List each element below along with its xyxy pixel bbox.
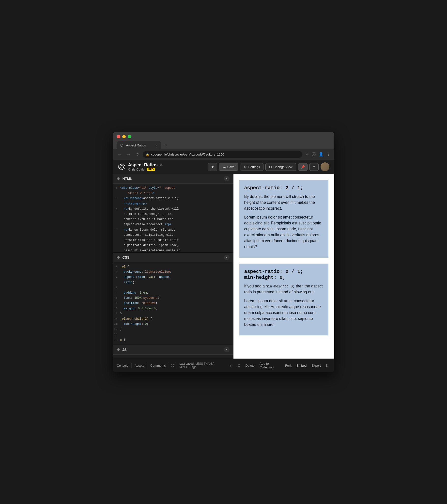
delete-action[interactable]: Delete [243, 363, 257, 368]
css-section-header: ⚙ CSS ▾ [113, 253, 233, 262]
star-action[interactable]: ☆ [227, 363, 235, 368]
code-panel: ⚙ HTML ▾ 1 <div class="el" style="--aspe… [113, 174, 233, 359]
close-button[interactable] [117, 135, 120, 138]
embed-action[interactable]: Embed [294, 363, 309, 368]
code-line: 5 padding: 1rem; [113, 290, 233, 296]
js-section-header: ⚙ JS ▾ [113, 345, 233, 355]
preview-panel: aspect-ratio: 2 / 1; By default, the ele… [233, 174, 334, 359]
title-bar: ⬡ Aspect Ratios ✕ + [113, 132, 334, 149]
cmd-icon: ⌘ [169, 363, 176, 368]
avatar[interactable] [321, 162, 329, 171]
demo-box-2-title-line2: min-height: 0; [244, 275, 286, 280]
js-section-title: ⚙ JS [117, 348, 127, 352]
js-section: ⚙ JS ▾ [113, 345, 233, 359]
export-action[interactable]: Export [309, 363, 323, 368]
last-saved-suffix: ago [191, 365, 196, 369]
demo-box-2-code: min-height: 0; [266, 285, 295, 288]
demo-box-2-desc2: Lorem, ipsum dolor sit amet consectetur … [244, 298, 323, 327]
demo-box-1-desc1: By default, the element will stretch to … [244, 194, 323, 211]
more-action[interactable]: S [323, 363, 330, 368]
html-section-header: ⚙ HTML ▾ [113, 174, 233, 184]
code-line: 7 position: relative; [113, 301, 233, 306]
new-tab-button[interactable]: + [162, 141, 170, 149]
browser-window: ⬡ Aspect Ratios ✕ + ← → ↺ 🔒 codepen.io/c… [113, 132, 334, 372]
profile-icon[interactable]: 👤 [319, 152, 323, 157]
code-line: ratio: 2 / 1;"> [113, 191, 233, 196]
code-line: 6 font: 150% system-ui; [113, 296, 233, 301]
traffic-lights [117, 135, 330, 138]
pro-badge: PRO [147, 168, 155, 171]
svg-marker-1 [120, 165, 123, 169]
demo-box-1-desc2: Lorem ipsum dolor sit amet consectetur a… [244, 214, 323, 250]
code-line: 8 margin: 0 0 1rem 0; [113, 306, 233, 311]
html-title-text: HTML [123, 177, 132, 181]
avatar-image [321, 162, 329, 171]
minimize-button[interactable] [122, 135, 126, 138]
js-gear-icon[interactable]: ⚙ [117, 348, 120, 352]
code-line: nesciunt exercitationem nulla ab [113, 248, 233, 252]
comments-tab[interactable]: Comments [147, 363, 169, 368]
console-tab[interactable]: Console [117, 363, 132, 368]
code-line: 1 .el { [113, 264, 233, 270]
info-icon[interactable]: ⓘ [312, 152, 316, 157]
pin-button[interactable]: 📌 [298, 163, 307, 171]
lock-icon: 🔒 [146, 153, 149, 156]
save-label: Save [227, 165, 235, 169]
back-button[interactable]: ← [117, 152, 123, 157]
code-line: 14 p { [113, 337, 233, 342]
html-collapse-button[interactable]: ▾ [224, 176, 230, 181]
code-line: 10 .el:nth-child(2) { [113, 316, 233, 322]
js-collapse-button[interactable]: ▾ [224, 347, 230, 352]
code-line: 3 aspect-ratio: var(--aspect- [113, 275, 233, 280]
header-actions: ♥ ☁ Save ⚙ Settings ⊡ Change View 📌 ▾ [208, 162, 329, 171]
dropdown-button[interactable]: ▾ [309, 163, 319, 171]
settings-label: Settings [248, 165, 260, 169]
css-gear-icon[interactable]: ⚙ [117, 255, 120, 259]
heart-button[interactable]: ♥ [208, 163, 217, 171]
change-view-icon: ⊡ [269, 165, 272, 169]
code-line: consectetur adipisicing elit. [113, 233, 233, 238]
css-code-content: 1 .el { 2 background: lightsteelblue; 3 … [113, 262, 233, 344]
tab-favicon: ⬡ [120, 143, 124, 147]
pen-title-group: Aspect Ratios ✏ Chris Coyier PRO [128, 162, 163, 171]
author-name: Chris Coyier [128, 168, 146, 171]
html-section: ⚙ HTML ▾ 1 <div class="el" style="--aspe… [113, 174, 233, 253]
save-button[interactable]: ☁ Save [219, 163, 238, 171]
css-title-text: CSS [123, 255, 130, 259]
svg-line-3 [123, 166, 125, 166]
code-line: 11 min-height: 0; [113, 322, 233, 327]
code-line: 2 background: lightsteelblue; [113, 270, 233, 275]
bookmark-icon[interactable]: ☆ [305, 152, 309, 157]
reload-button[interactable]: ↺ [135, 152, 140, 157]
pen-author: Chris Coyier PRO [128, 168, 163, 171]
add-collection-action[interactable]: Add to Collection [257, 361, 283, 370]
code-line: 4 [113, 285, 233, 290]
css-collapse-button[interactable]: ▾ [224, 255, 230, 260]
browser-tab[interactable]: ⬡ Aspect Ratios ✕ [117, 141, 161, 149]
html-gear-icon[interactable]: ⚙ [117, 177, 120, 181]
maximize-button[interactable] [128, 135, 131, 138]
code-line: 4 <p>Lorem ipsum dolor sit amet [113, 227, 233, 233]
share-action[interactable]: ⬡ [235, 363, 243, 368]
settings-gear-icon: ⚙ [244, 165, 247, 169]
menu-icon[interactable]: ⋮ [326, 152, 330, 157]
code-line: stretch to the height of the [113, 212, 233, 217]
code-line: content even if it makes the [113, 217, 233, 222]
last-saved: Last saved LESS THAN A MINUTE ago [176, 361, 227, 370]
assets-tab[interactable]: Assets [132, 363, 147, 368]
change-view-button[interactable]: ⊡ Change View [266, 163, 296, 171]
edit-pen-icon[interactable]: ✏ [160, 163, 163, 167]
demo-box-2-desc1: If you add a min-height: 0; then the asp… [244, 283, 323, 295]
code-line: 13 [113, 332, 233, 337]
codepen-logo: Aspect Ratios ✏ Chris Coyier PRO [118, 162, 163, 171]
code-line: ratio); [113, 280, 233, 285]
fork-action[interactable]: Fork [283, 363, 294, 368]
main-content: ⚙ HTML ▾ 1 <div class="el" style="--aspe… [113, 174, 334, 359]
pin-icon: 📌 [301, 165, 305, 169]
settings-button[interactable]: ⚙ Settings [240, 163, 264, 171]
url-bar[interactable]: 🔒 codepen.io/chriscoyier/pen/YzyoodW?edi… [143, 151, 302, 158]
tab-title: Aspect Ratios [126, 144, 146, 147]
code-line: 9 } [113, 311, 233, 316]
forward-button[interactable]: → [126, 152, 132, 157]
tab-close-icon[interactable]: ✕ [155, 144, 158, 147]
